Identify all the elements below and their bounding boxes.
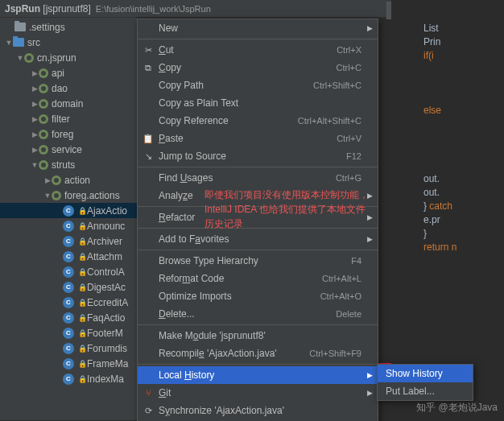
lock-icon: 🔒 [78, 253, 87, 261]
lock-icon: 🔒 [78, 299, 87, 307]
tree-package[interactable]: foreg.actions [0, 188, 137, 203]
java-class-icon: C [63, 205, 74, 217]
java-class-icon: C [63, 282, 74, 293]
lock-icon: 🔒 [78, 237, 87, 246]
module-name: [jsprunutf8] [43, 3, 90, 14]
tree-file[interactable]: C🔒FrameMa [0, 356, 137, 371]
menu-git[interactable]: ⑂Git▶ [138, 384, 378, 402]
menu-find-usages[interactable]: Find UsagesCtrl+G [138, 169, 378, 187]
scissors-icon: ✂ [143, 44, 154, 56]
tree-folder[interactable]: .settings [0, 19, 137, 35]
context-menu: New▶ ✂CutCtrl+X ⧉CopyCtrl+C Copy PathCtr… [137, 19, 378, 421]
package-icon [39, 68, 48, 78]
project-tree[interactable]: .settings src cn.jsprun apidaodomainfilt… [0, 18, 137, 420]
code-editor[interactable]: List Prin if(i else out. out. } catch e.… [391, 0, 504, 421]
lock-icon: 🔒 [78, 314, 87, 322]
package-icon [24, 53, 34, 63]
menu-jump[interactable]: ↘Jump to SourceF12 [138, 147, 378, 165]
project-name: JspRun [5, 3, 40, 14]
menu-copy-path[interactable]: Copy PathCtrl+Shift+C [138, 76, 378, 94]
java-class-icon: C [63, 266, 74, 278]
tree-file[interactable]: C🔒Attachm [0, 249, 137, 264]
menu-paste[interactable]: 📋PasteCtrl+V [138, 130, 378, 147]
tree-file[interactable]: C🔒DigestAc [0, 279, 137, 295]
java-class-icon: C [63, 374, 74, 385]
tree-file[interactable]: C🔒AjaxActio [0, 203, 137, 218]
package-icon [39, 160, 48, 170]
lock-icon: 🔒 [78, 329, 87, 337]
submenu-show-history[interactable]: Show History [378, 365, 473, 382]
folder-icon [14, 23, 26, 31]
package-icon [52, 175, 61, 185]
java-class-icon: C [63, 297, 74, 308]
tree-package[interactable]: cn.jsprun [0, 50, 137, 65]
java-class-icon: C [63, 358, 74, 369]
menu-recompile[interactable]: Recompile 'AjaxAction.java'Ctrl+Shift+F9 [138, 345, 378, 362]
project-path: E:\fusion\intellij_work\JspRun [96, 4, 211, 14]
menu-copy-plain[interactable]: Copy as Plain Text [138, 94, 378, 112]
menu-new[interactable]: New▶ [138, 19, 378, 37]
menu-analyze[interactable]: Analyze▶ [138, 187, 378, 204]
lock-icon: 🔒 [78, 222, 87, 230]
lock-icon: 🔒 [78, 345, 87, 353]
menu-copy-ref[interactable]: Copy ReferenceCtrl+Alt+Shift+C [138, 112, 378, 130]
local-history-submenu: Show History Put Label... [377, 364, 473, 401]
tree-file[interactable]: C🔒FaqActio [0, 310, 137, 325]
package-icon [39, 114, 48, 124]
tree-package[interactable]: struts [0, 157, 137, 172]
menu-optimize[interactable]: Optimize ImportsCtrl+Alt+O [138, 287, 378, 305]
tree-file[interactable]: C🔒Forumdis [0, 341, 137, 356]
tree-package[interactable]: filter [0, 111, 137, 126]
tree-package[interactable]: action [0, 172, 137, 188]
menu-browse-hierarchy[interactable]: Browse Type HierarchyF4 [138, 252, 378, 270]
menu-reformat[interactable]: Reformat CodeCtrl+Alt+L [138, 270, 378, 287]
tree-package[interactable]: api [0, 65, 137, 80]
tree-file[interactable]: C🔒IndexMa [0, 371, 137, 386]
java-class-icon: C [63, 343, 74, 354]
lock-icon: 🔒 [78, 283, 87, 291]
menu-cut[interactable]: ✂CutCtrl+X [138, 41, 378, 59]
menu-local-history[interactable]: Local History▶ [138, 366, 378, 384]
lock-icon: 🔒 [78, 207, 87, 215]
java-class-icon: C [63, 312, 74, 324]
paste-icon: 📋 [143, 133, 154, 144]
watermark: 知乎 @老炮说Java [416, 401, 498, 415]
tree-file[interactable]: C🔒ControlA [0, 264, 137, 279]
tree-package[interactable]: dao [0, 80, 137, 96]
tree-file[interactable]: C🔒Archiver [0, 233, 137, 249]
folder-icon [13, 38, 24, 47]
java-class-icon: C [63, 328, 74, 339]
tree-package[interactable]: foreg [0, 126, 137, 142]
java-class-icon: C [63, 236, 74, 247]
tree-file[interactable]: C🔒Announc [0, 218, 137, 233]
package-icon [39, 84, 48, 93]
tree-file[interactable]: C🔒EccreditA [0, 295, 137, 310]
lock-icon: 🔒 [78, 360, 87, 368]
menu-refactor[interactable]: Refactor▶ [138, 208, 378, 226]
package-icon [39, 99, 48, 109]
lock-icon: 🔒 [78, 375, 87, 383]
tree-package[interactable]: domain [0, 96, 137, 111]
package-icon [39, 130, 48, 139]
package-icon [39, 145, 48, 155]
java-class-icon: C [63, 251, 74, 262]
git-icon: ⑂ [143, 387, 154, 398]
package-icon [52, 191, 61, 200]
menu-add-favorites[interactable]: Add to Favorites▶ [138, 230, 378, 248]
lock-icon: 🔒 [78, 268, 87, 276]
menu-copy[interactable]: ⧉CopyCtrl+C [138, 59, 378, 76]
menu-delete[interactable]: Delete...Delete [138, 305, 378, 323]
jump-icon: ↘ [143, 151, 154, 162]
tree-package[interactable]: service [0, 142, 137, 157]
sync-icon: ⟳ [143, 405, 154, 416]
menu-make-module[interactable]: Make Module 'jsprunutf8' [138, 327, 378, 345]
java-class-icon: C [63, 221, 74, 232]
menu-synchronize[interactable]: ⟳Synchronize 'AjaxAction.java' [138, 402, 378, 419]
tree-file[interactable]: C🔒FooterM [0, 325, 137, 341]
submenu-put-label[interactable]: Put Label... [378, 382, 473, 400]
copy-icon: ⧉ [143, 62, 154, 73]
tree-folder[interactable]: src [0, 35, 137, 50]
